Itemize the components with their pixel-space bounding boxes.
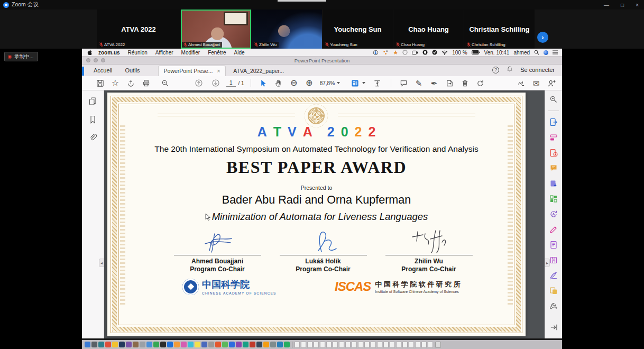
add-user-icon[interactable] [545, 77, 558, 89]
participant-tile-youcheng[interactable]: Youcheng Sun Youcheng Sun [323, 10, 393, 49]
menu-afficher[interactable]: Afficher [155, 50, 173, 56]
export-pdf-icon[interactable] [549, 118, 558, 126]
camera-status-icon[interactable] [412, 50, 418, 55]
custom-tool-icon[interactable] [549, 302, 558, 310]
dock-app-icon[interactable] [195, 342, 200, 347]
participant-tile-chao[interactable]: Chao Huang Chao Huang [393, 10, 464, 49]
dock-app-icon[interactable] [181, 342, 187, 347]
dock-app-icon[interactable] [112, 342, 118, 347]
menu-modifier[interactable]: Modifier [181, 50, 200, 56]
edit-pdf-icon[interactable] [549, 133, 558, 142]
certificates-pen-icon[interactable] [549, 271, 558, 280]
dock-file-icon[interactable] [301, 342, 306, 348]
dock-file-icon[interactable] [390, 342, 395, 348]
notification-center-icon[interactable] [553, 50, 558, 54]
help-icon[interactable]: ? [492, 67, 499, 74]
dock-app-icon[interactable] [91, 342, 97, 347]
menu-aide[interactable]: Aide [234, 50, 245, 56]
page-display-icon[interactable] [348, 77, 361, 89]
tab-tools[interactable]: Outils [118, 65, 146, 76]
siri-icon[interactable] [544, 50, 548, 55]
tab-home[interactable]: Accueil [87, 65, 118, 76]
comment-icon[interactable] [397, 77, 410, 89]
more-tools-doc-icon[interactable] [549, 241, 558, 249]
menu-reunion[interactable]: Réunion [128, 50, 148, 56]
bell-icon[interactable] [507, 65, 513, 75]
dock-file-icon[interactable] [402, 342, 408, 348]
dock-app-icon[interactable] [160, 342, 166, 347]
attachments-icon[interactable] [89, 133, 97, 142]
dock-file-icon[interactable] [415, 342, 420, 348]
redo-icon[interactable] [474, 77, 486, 89]
dock-file-icon[interactable] [307, 342, 312, 348]
minimize-button[interactable]: — [604, 2, 609, 8]
stamp-copy-icon[interactable] [549, 287, 558, 295]
comment-tool-icon[interactable] [549, 164, 558, 172]
dock-app-icon[interactable] [140, 342, 145, 347]
participant-tile-ahmed[interactable]: Ahmed Bouajjani [181, 10, 251, 49]
dock-file-icon[interactable] [358, 342, 363, 348]
zoom-in-icon[interactable]: ⊕ [303, 77, 316, 89]
spotlight-search-icon[interactable] [534, 50, 539, 55]
fill-sign-icon[interactable] [549, 225, 558, 234]
dock-file-icon[interactable] [333, 342, 338, 348]
dock-app-icon[interactable] [263, 342, 269, 347]
dock-app-icon[interactable] [167, 342, 173, 347]
collapse-left-panel-icon[interactable]: ◂ [99, 259, 104, 267]
save-icon[interactable] [94, 77, 106, 89]
mail-icon[interactable]: ✉ [530, 77, 542, 89]
wifi-icon[interactable] [441, 50, 448, 55]
zoom-out-icon[interactable]: ⊖ [288, 77, 300, 89]
dock-app-icon[interactable] [133, 342, 139, 347]
trash-icon[interactable] [435, 342, 441, 348]
dock-file-icon[interactable] [320, 342, 325, 348]
select-tool-icon[interactable] [257, 77, 270, 89]
favorites-star-icon[interactable]: ☆ [109, 77, 122, 89]
page-thumbnails-icon[interactable] [88, 97, 97, 106]
dock-file-icon[interactable] [326, 342, 332, 348]
organize-pages-icon[interactable] [549, 179, 558, 188]
dock-file-icon[interactable] [396, 342, 401, 348]
presentation-icon[interactable] [371, 77, 383, 89]
menubar-user[interactable]: ahmed [513, 50, 530, 56]
dock-file-icon[interactable] [295, 342, 300, 348]
dock-app-icon[interactable] [236, 342, 242, 347]
dock-file-icon[interactable] [371, 342, 376, 348]
sign-in-button[interactable]: Se connecter [520, 67, 555, 73]
page-number-input[interactable]: 1 [226, 80, 236, 87]
dock-app-icon[interactable] [98, 342, 104, 347]
share-icon[interactable] [124, 77, 137, 89]
document-canvas[interactable]: A T V A 2 0 2 2 The 20th International S… [104, 90, 545, 338]
dock-app-icon[interactable] [243, 342, 249, 347]
dock-file-icon[interactable] [345, 342, 351, 348]
bookmarks-icon[interactable] [89, 115, 97, 124]
dock-app-icon[interactable] [201, 342, 207, 347]
search-tools-icon[interactable] [549, 95, 558, 104]
sync-status-icon[interactable] [373, 50, 379, 56]
participant-tile-atva[interactable]: ATVA 2022 ATVA 2022 [97, 10, 180, 49]
next-page-icon[interactable] [209, 77, 222, 89]
maximize-button[interactable]: □ [621, 2, 624, 8]
dock-app-icon[interactable] [215, 342, 221, 347]
chevron-down-icon[interactable] [362, 82, 365, 84]
participant-tile-christian[interactable]: Christian Schilling Christian Schilling [464, 10, 535, 49]
dock-file-icon[interactable] [428, 342, 433, 348]
dock-file-icon[interactable] [314, 342, 319, 348]
next-participants-button[interactable]: › [537, 32, 548, 43]
highlight-pencil-icon[interactable]: ✎ [412, 77, 425, 89]
dnd-status-icon[interactable] [402, 50, 408, 55]
dock-file-icon[interactable] [377, 342, 382, 348]
menu-fenetre[interactable]: Fenêtre [208, 50, 226, 56]
dock-app-icon[interactable] [284, 342, 290, 347]
dock-app-icon[interactable] [153, 342, 159, 347]
expand-panel-icon[interactable] [550, 324, 558, 331]
tab-document-2[interactable]: ATVA_2022_paper... [228, 66, 289, 76]
sign-pen-icon[interactable]: ✒ [428, 77, 440, 89]
dock-app-icon[interactable] [277, 342, 283, 347]
collapse-right-panel-icon[interactable]: ▸ [545, 259, 550, 267]
dock-app-icon[interactable] [126, 342, 132, 347]
print-icon[interactable] [140, 77, 152, 89]
share-link-icon[interactable] [514, 77, 527, 89]
dots-status-icon[interactable] [383, 50, 389, 56]
dock-file-icon[interactable] [339, 342, 344, 348]
